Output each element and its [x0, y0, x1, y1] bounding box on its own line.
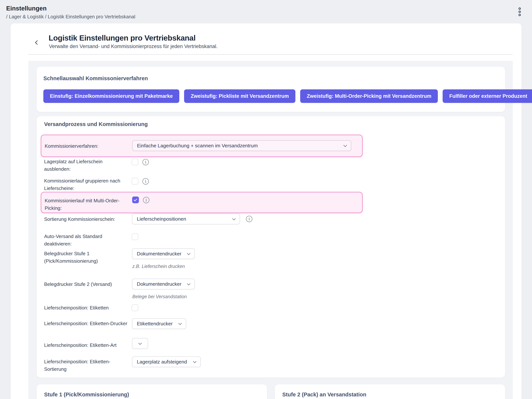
- etiketten-sortierung-value: Lagerplatz aufsteigend: [137, 359, 187, 365]
- lagerplatz-label: Lagerplatz auf Lieferschein ausblenden:: [44, 158, 128, 173]
- chevron-down-icon: [138, 341, 142, 345]
- kebab-menu-icon[interactable]: [518, 7, 521, 17]
- kommissionierverfahren-select[interactable]: Einfache Lagerbuchung + scannen im Versa…: [132, 140, 351, 151]
- etiketten-checkbox[interactable]: [132, 304, 138, 311]
- etiketten-drucker-label: Lieferscheinposition: Etiketten-Drucker: [44, 320, 128, 327]
- kommissionierverfahren-value: Einfache Lagerbuchung + scannen im Versa…: [137, 143, 258, 149]
- gruppieren-info-icon[interactable]: i: [142, 178, 149, 184]
- back-button[interactable]: [32, 38, 42, 47]
- etiketten-art-label: Lieferscheinposition: Etiketten-Art: [44, 342, 128, 349]
- row-kommissionierverfahren: Kommissionierverfahren: Einfache Lagerbu…: [41, 135, 363, 157]
- gruppieren-label: Kommissionierlauf gruppieren nach Liefer…: [44, 177, 128, 192]
- multi-order-label: Kommissionierlauf mit Multi-Order-Pickin…: [45, 197, 129, 212]
- page-subtitle: Verwalte den Versand- und Kommissionierp…: [49, 44, 218, 49]
- sortierung-value: Lieferscheinpositionen: [137, 216, 186, 222]
- belegdrucker2-label: Belegdrucker Stufe 2 (Versand): [44, 280, 128, 288]
- etiketten-art-select[interactable]: [132, 338, 148, 349]
- etiketten-drucker-select[interactable]: Etikettendrucker: [132, 318, 186, 329]
- quick-select-button-multi-order[interactable]: Zweistufig: Multi-Order-Picking mit Vers…: [300, 89, 438, 103]
- sortierung-select[interactable]: Lieferscheinpositionen: [132, 214, 240, 224]
- header-divider: [28, 54, 513, 55]
- auto-versand-label: Auto-Versand als Standard deaktivieren:: [44, 233, 128, 247]
- belegdrucker1-value: Dokumentendrucker: [137, 251, 182, 257]
- stage1-card: Stufe 1 (Pick/Kommissionierung): [37, 384, 267, 399]
- stage2-card: Stufe 2 (Pack) an Versandstation: [275, 384, 505, 399]
- chevron-left-icon: [35, 40, 39, 45]
- chevron-down-icon: [178, 321, 182, 325]
- auto-versand-checkbox[interactable]: [132, 233, 138, 240]
- settings-card: Logistik Einstellungen pro Vertriebskana…: [11, 23, 521, 399]
- kebab-dot: [519, 14, 521, 16]
- belegdrucker1-select[interactable]: Dokumentendrucker: [132, 248, 195, 259]
- quick-select-heading: Schnellauswahl Kommissonierverfahren: [43, 75, 148, 82]
- quick-select-button-einstufig[interactable]: Einstufig: Einzelkommissionierung mit Pa…: [43, 89, 179, 103]
- kebab-dot: [519, 7, 521, 10]
- etiketten-sortierung-label: Lieferscheinposition: Etiketten-Sortieru…: [44, 358, 128, 373]
- breadcrumb: / Lager & Logistik / Logistik Einstellun…: [6, 14, 135, 20]
- etiketten-sortierung-select[interactable]: Lagerplatz aufsteigend: [132, 356, 201, 367]
- kebab-dot: [519, 11, 521, 13]
- stage1-heading: Stufe 1 (Pick/Kommissionierung): [44, 392, 129, 398]
- multi-order-info-icon[interactable]: i: [143, 197, 149, 203]
- etiketten-drucker-value: Etikettendrucker: [137, 321, 172, 327]
- chevron-down-icon: [187, 282, 190, 285]
- shipping-process-card: Versandprozess und Kommissionierung Komm…: [37, 116, 505, 378]
- chevron-down-icon: [187, 252, 190, 255]
- sortierung-label: Sortierung Kommissionierschein:: [44, 215, 128, 223]
- multi-order-checkbox[interactable]: [132, 196, 139, 203]
- gruppieren-checkbox[interactable]: [132, 178, 138, 184]
- belegdrucker2-value: Dokumentendrucker: [137, 281, 182, 287]
- belegdrucker2-hint: Belege bei Versandstation: [132, 294, 187, 299]
- stage2-heading: Stufe 2 (Pack) an Versandstation: [282, 392, 366, 398]
- sortierung-info-icon[interactable]: i: [246, 216, 252, 222]
- settings-panel: Schnellauswahl Kommissonierverfahren Ein…: [28, 61, 513, 399]
- page-title: Logistik Einstellungen pro Vertriebskana…: [49, 34, 196, 42]
- app-title: Einstellungen: [6, 5, 47, 12]
- belegdrucker1-hint: z.B. Lieferschein drucken: [132, 264, 185, 269]
- kommissionierverfahren-label: Kommissionierverfahren:: [45, 142, 129, 150]
- belegdrucker2-select[interactable]: Dokumentendrucker: [132, 279, 195, 289]
- quick-select-button-fulfiller[interactable]: Fulfiller oder externer Produzent: [443, 89, 532, 103]
- etiketten-label: Lieferscheinposition: Etiketten: [44, 304, 128, 311]
- lagerplatz-checkbox[interactable]: [132, 158, 138, 165]
- quick-select-buttons: Einstufig: Einzelkommissionierung mit Pa…: [43, 89, 532, 103]
- quick-select-button-pickliste[interactable]: Zweistufig: Pickliste mit Versandzentrum: [184, 89, 295, 103]
- row-multi-order-picking: Kommissionierlauf mit Multi-Order-Pickin…: [41, 192, 363, 213]
- lagerplatz-info-icon[interactable]: i: [142, 159, 149, 165]
- quick-select-card: Schnellauswahl Kommissonierverfahren Ein…: [37, 67, 505, 112]
- check-icon: [134, 198, 137, 201]
- chevron-down-icon: [232, 217, 235, 220]
- chevron-down-icon: [343, 143, 347, 147]
- chevron-down-icon: [193, 360, 196, 363]
- shipping-process-heading: Versandprozess und Kommissionierung: [44, 121, 148, 127]
- belegdrucker1-label: Belegdrucker Stufe 1 (Pick/Kommissionier…: [44, 250, 128, 265]
